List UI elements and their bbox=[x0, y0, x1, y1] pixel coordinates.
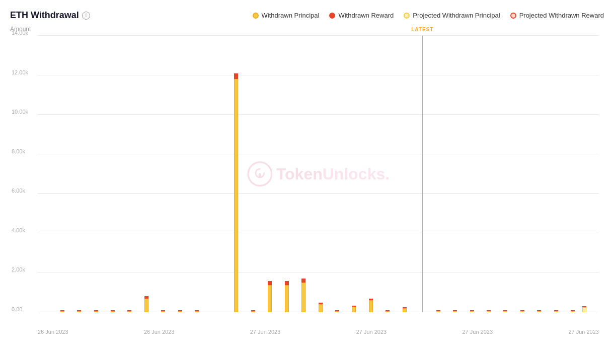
x-label: 27 Jun 2023 bbox=[463, 329, 493, 335]
bar-principal bbox=[144, 299, 148, 312]
chart-area: Amount TokenUnlocks. 14.00k12.00k10.00k8… bbox=[10, 26, 604, 337]
bar-principal bbox=[195, 311, 199, 312]
legend-dot-withdrawn-principal bbox=[253, 13, 259, 19]
bar-principal bbox=[127, 311, 131, 312]
bar-group bbox=[144, 296, 148, 312]
bar-group bbox=[268, 281, 272, 312]
bar-group bbox=[94, 310, 98, 312]
bar-group bbox=[537, 310, 541, 312]
bar-proj-principal bbox=[582, 307, 586, 312]
title-section: ETH Withdrawal i bbox=[10, 10, 90, 21]
bar-principal bbox=[369, 300, 373, 312]
bar-principal bbox=[301, 283, 305, 312]
bar-proj-principal bbox=[520, 311, 524, 312]
bar-principal bbox=[60, 311, 64, 312]
bar-proj-principal bbox=[470, 311, 474, 312]
bar-principal bbox=[251, 311, 255, 312]
bar-group bbox=[554, 310, 558, 312]
latest-label: LATEST bbox=[411, 27, 433, 32]
bar-group bbox=[161, 310, 165, 312]
bar-group bbox=[111, 310, 115, 312]
bar-proj-principal bbox=[554, 311, 558, 312]
legend-label-withdrawn-reward: Withdrawn Reward bbox=[338, 12, 394, 19]
legend-item-projected-principal: Projected Withdrawn Principal bbox=[404, 12, 500, 19]
bar-principal bbox=[234, 79, 238, 312]
grid-label: 12.00k bbox=[12, 69, 28, 75]
bar-group bbox=[127, 310, 131, 312]
chart-container: ETH Withdrawal i Withdrawn PrincipalWith… bbox=[0, 0, 614, 364]
legend-label-projected-principal: Projected Withdrawn Principal bbox=[413, 12, 500, 19]
bar-principal bbox=[319, 304, 323, 312]
grid-label: 6.00k bbox=[12, 188, 25, 194]
bar-group bbox=[436, 310, 440, 312]
legend-item-projected-reward: Projected Withdrawn Reward bbox=[510, 12, 604, 19]
grid-label: 0.00 bbox=[12, 306, 22, 312]
legend-item-withdrawn-principal: Withdrawn Principal bbox=[253, 12, 320, 19]
bar-group bbox=[386, 310, 390, 312]
legend-dot-projected-principal bbox=[404, 13, 410, 19]
latest-line: LATEST bbox=[422, 36, 423, 312]
legend-label-projected-reward: Projected Withdrawn Reward bbox=[519, 12, 604, 19]
bar-group bbox=[571, 310, 575, 312]
x-label: 27 Jun 2023 bbox=[356, 329, 387, 335]
bar-group bbox=[470, 310, 474, 312]
x-label: 27 Jun 2023 bbox=[250, 329, 281, 335]
grid-label: 2.00k bbox=[12, 266, 25, 272]
legend-dot-withdrawn-reward bbox=[329, 13, 335, 19]
bar-reward bbox=[268, 281, 272, 285]
grid-label: 14.00k bbox=[12, 30, 28, 36]
bar-group bbox=[503, 310, 507, 312]
legend: Withdrawn PrincipalWithdrawn RewardProje… bbox=[253, 12, 604, 19]
bar-group bbox=[335, 310, 339, 312]
bar-group bbox=[487, 310, 491, 312]
grid-line: 8.00k bbox=[38, 154, 599, 154]
bar-principal bbox=[403, 308, 407, 312]
grid-label: 4.00k bbox=[12, 227, 25, 233]
grid-label: 10.00k bbox=[12, 109, 28, 115]
chart-inner: TokenUnlocks. 14.00k12.00k10.00k8.00k6.0… bbox=[38, 36, 599, 312]
legend-item-withdrawn-reward: Withdrawn Reward bbox=[329, 12, 394, 19]
bar-principal bbox=[178, 311, 182, 312]
svg-rect-1 bbox=[258, 173, 261, 177]
bar-group bbox=[285, 281, 289, 312]
bar-group bbox=[77, 310, 81, 312]
bar-group bbox=[403, 307, 407, 312]
bar-principal bbox=[335, 311, 339, 312]
bar-principal bbox=[94, 311, 98, 312]
bar-reward bbox=[285, 281, 289, 285]
x-label: 26 Jun 2023 bbox=[144, 329, 175, 335]
bar-group bbox=[195, 310, 199, 312]
grid-line: 2.00k bbox=[38, 272, 599, 272]
chart-title: ETH Withdrawal bbox=[10, 10, 79, 21]
watermark-text: TokenUnlocks. bbox=[276, 165, 390, 184]
x-label: 26 Jun 2023 bbox=[38, 329, 68, 335]
info-icon[interactable]: i bbox=[82, 12, 90, 20]
bar-principal bbox=[386, 311, 390, 312]
grid-line: 10.00k bbox=[38, 114, 599, 115]
watermark: TokenUnlocks. bbox=[247, 161, 390, 187]
legend-dot-projected-reward bbox=[510, 13, 516, 19]
legend-label-withdrawn-principal: Withdrawn Principal bbox=[262, 12, 320, 19]
bar-group bbox=[251, 310, 255, 312]
bar-group bbox=[234, 73, 238, 312]
grid-label: 8.00k bbox=[12, 148, 25, 154]
bar-reward bbox=[301, 279, 305, 283]
grid-line: 4.00k bbox=[38, 233, 599, 233]
x-labels: 26 Jun 202326 Jun 202327 Jun 202327 Jun … bbox=[38, 329, 599, 335]
bar-principal bbox=[111, 311, 115, 312]
bar-principal bbox=[352, 307, 356, 312]
bar-group bbox=[453, 310, 457, 312]
bar-principal bbox=[161, 311, 165, 312]
bar-group bbox=[319, 303, 323, 312]
header-row: ETH Withdrawal i Withdrawn PrincipalWith… bbox=[10, 10, 604, 21]
bar-proj-principal bbox=[571, 311, 575, 312]
x-label: 27 Jun 2023 bbox=[568, 329, 599, 335]
bar-reward bbox=[234, 73, 238, 79]
bar-principal bbox=[285, 285, 289, 312]
svg-point-0 bbox=[248, 162, 272, 186]
bar-group bbox=[369, 299, 373, 312]
bar-proj-principal bbox=[436, 311, 440, 312]
grid-line: 14.00k bbox=[38, 35, 599, 36]
bar-group bbox=[301, 279, 305, 312]
bar-group bbox=[60, 310, 64, 312]
